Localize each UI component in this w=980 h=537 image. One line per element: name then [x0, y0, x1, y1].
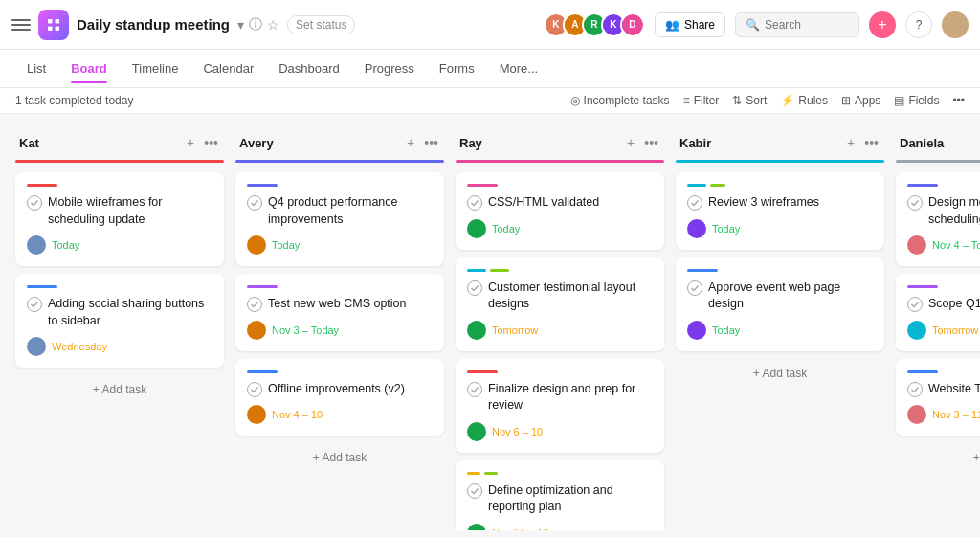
- add-column-task-btn[interactable]: +: [405, 133, 416, 152]
- svg-rect-3: [56, 26, 60, 31]
- card-accents: [27, 285, 212, 288]
- card-title-row: Define optimization and reporting plan: [467, 482, 653, 516]
- add-column-task-btn[interactable]: +: [625, 133, 636, 152]
- fields-btn[interactable]: ▤ Fields: [894, 94, 939, 107]
- incomplete-tasks-btn[interactable]: ◎ Incomplete tasks: [570, 94, 670, 107]
- tab-timeline[interactable]: Timeline: [121, 54, 190, 83]
- add-task-btn[interactable]: + Add task: [896, 443, 980, 472]
- card-title: Design mobile wireframes scheduling feat…: [928, 194, 980, 228]
- sort-btn[interactable]: ⇅ Sort: [732, 94, 767, 107]
- accent-pill: [907, 285, 938, 288]
- tab-list[interactable]: List: [15, 54, 57, 83]
- task-card[interactable]: Test new web CMS option Nov 3 – Today: [235, 274, 444, 351]
- column-ray: Ray + ••• CSS/HTML validated Today: [456, 129, 664, 530]
- add-column-task-btn[interactable]: +: [185, 133, 196, 152]
- task-card[interactable]: Review 3 wireframes Today: [676, 172, 884, 250]
- columns-icon: ▤: [894, 94, 904, 107]
- check-icon: [27, 195, 42, 211]
- search-box[interactable]: 🔍: [735, 12, 859, 37]
- add-task-btn[interactable]: + Add task: [15, 375, 224, 404]
- set-status-btn[interactable]: Set status: [287, 15, 355, 34]
- column-more-btn[interactable]: •••: [642, 133, 660, 152]
- avatar-group: K A R K D: [544, 12, 645, 37]
- info-icon[interactable]: ⓘ: [249, 16, 262, 34]
- card-title-row: Website Traffic: [907, 381, 980, 398]
- column-header: Ray + •••: [456, 129, 664, 160]
- card-date: Tomorrow: [492, 324, 538, 336]
- task-card[interactable]: Scope Q1 upcoming work Tomorrow: [896, 274, 980, 351]
- column-title: Avery: [239, 136, 274, 150]
- card-date: Today: [52, 239, 79, 251]
- card-accents: [247, 285, 433, 288]
- column-actions: + •••: [405, 133, 440, 152]
- column-more-btn[interactable]: •••: [862, 133, 880, 152]
- task-card[interactable]: Mobile wireframes for scheduling update …: [15, 172, 224, 266]
- card-footer: Nov 11 – 13: [467, 524, 653, 531]
- card-accents: [247, 184, 433, 187]
- accent-pill: [907, 370, 938, 373]
- card-accents: [907, 285, 980, 288]
- task-card[interactable]: Offline improvements (v2) Nov 4 – 10: [235, 359, 444, 436]
- card-title-row: Offline improvements (v2): [247, 381, 433, 398]
- accent-pill: [467, 472, 480, 475]
- card-date: Today: [492, 223, 520, 235]
- card-footer: Wednesday: [27, 337, 212, 356]
- column-more-btn[interactable]: •••: [422, 133, 440, 152]
- column-avery: Avery + ••• Q4 product performance impro…: [235, 129, 444, 472]
- task-card[interactable]: Q4 product performance improvements Toda…: [235, 172, 444, 266]
- svg-rect-1: [56, 19, 60, 24]
- card-avatar: [467, 422, 486, 441]
- column-header: Kabir + •••: [676, 129, 884, 160]
- card-title: Finalize design and prep for review: [488, 381, 653, 414]
- card-title: Q4 product performance improvements: [268, 194, 433, 228]
- rules-btn[interactable]: ⚡ Rules: [780, 94, 828, 107]
- task-completed: 1 task completed today: [15, 94, 133, 107]
- column-more-btn[interactable]: •••: [202, 133, 220, 152]
- accent-pill: [907, 184, 938, 187]
- card-date: Wednesday: [52, 341, 107, 352]
- add-column-task-btn[interactable]: +: [845, 133, 857, 152]
- add-task-btn[interactable]: + Add task: [676, 359, 884, 388]
- card-footer: Nov 3 – 11: [907, 405, 980, 424]
- dropdown-icon[interactable]: ▾: [237, 17, 244, 33]
- add-task-btn[interactable]: + Add task: [235, 443, 444, 472]
- accent-pill: [687, 184, 706, 187]
- tab-dashboard[interactable]: Dashboard: [267, 54, 351, 83]
- tab-forms[interactable]: Forms: [428, 54, 486, 83]
- card-title: CSS/HTML validated: [488, 194, 599, 212]
- tab-calendar[interactable]: Calendar: [191, 54, 265, 83]
- column-actions: + •••: [845, 133, 880, 152]
- svg-rect-2: [48, 26, 53, 31]
- user-avatar[interactable]: [942, 11, 969, 38]
- task-card[interactable]: Customer testimonial layout designs Tomo…: [456, 257, 664, 351]
- sub-nav: List Board Timeline Calendar Dashboard P…: [0, 50, 980, 88]
- help-button[interactable]: ?: [905, 11, 932, 38]
- task-card[interactable]: Finalize design and prep for review Nov …: [456, 359, 664, 453]
- task-card[interactable]: Adding social sharing buttons to sidebar…: [15, 274, 224, 368]
- card-date: Nov 4 – Today: [932, 239, 980, 251]
- tab-more[interactable]: More...: [488, 54, 549, 83]
- task-card[interactable]: Approve event web page design Today: [676, 257, 884, 351]
- task-card[interactable]: Define optimization and reporting plan N…: [456, 460, 664, 531]
- card-avatar: [247, 235, 266, 255]
- task-card[interactable]: Website Traffic Nov 3 – 11: [896, 359, 980, 436]
- apps-btn[interactable]: ⊞ Apps: [841, 94, 880, 107]
- column-daniela: Daniela + ••• Design mobile wireframes s…: [896, 129, 980, 472]
- share-button[interactable]: 👥 Share: [655, 12, 725, 37]
- hamburger-icon[interactable]: [11, 15, 31, 34]
- add-button[interactable]: +: [869, 11, 896, 38]
- task-card[interactable]: Design mobile wireframes scheduling feat…: [896, 172, 980, 266]
- lightning-icon: ⚡: [780, 94, 794, 107]
- task-card[interactable]: CSS/HTML validated Today: [456, 172, 664, 250]
- tab-progress[interactable]: Progress: [353, 54, 426, 83]
- tab-board[interactable]: Board: [59, 54, 119, 83]
- card-title: Adding social sharing buttons to sidebar: [48, 296, 212, 329]
- star-icon[interactable]: ☆: [267, 17, 279, 33]
- filter-btn[interactable]: ≡ Filter: [683, 94, 720, 107]
- card-date: Nov 6 – 10: [492, 426, 543, 437]
- column-actions: + •••: [185, 133, 220, 152]
- more-options-btn[interactable]: •••: [952, 94, 965, 107]
- search-input[interactable]: [765, 18, 841, 32]
- card-title: Customer testimonial layout designs: [488, 280, 653, 313]
- check-icon: [247, 195, 262, 211]
